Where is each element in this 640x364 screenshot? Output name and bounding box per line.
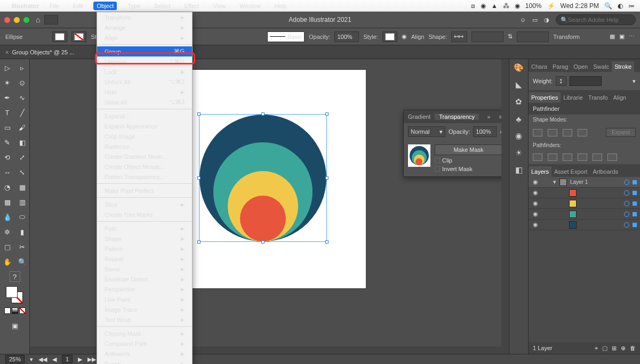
select-indicator[interactable] [633, 212, 637, 216]
intersect-icon[interactable] [563, 129, 572, 136]
weight-value[interactable] [570, 76, 602, 86]
weight-arrow-icon[interactable]: ▾ [633, 78, 636, 85]
wifi-icon[interactable]: ◉ [515, 2, 520, 10]
menu-item-make-pixel-perfect[interactable]: Make Pixel Perfect [97, 185, 192, 196]
help-search[interactable]: 🔍 [556, 14, 636, 25]
tab-open[interactable]: Open [571, 61, 590, 72]
siri-icon[interactable]: ◐ [618, 2, 623, 10]
menu-edit[interactable]: Edit [69, 2, 86, 10]
menu-item-create-trim-marks[interactable]: Create Trim Marks [97, 209, 192, 220]
menu-item-rasterize-[interactable]: Rasterize... [97, 141, 192, 151]
target-icon[interactable] [624, 222, 629, 228]
tab-artboards[interactable]: Artboards [590, 166, 621, 177]
menu-type[interactable]: Type [124, 2, 143, 10]
menu-effect[interactable]: Effect [181, 2, 203, 10]
blend-tool[interactable]: ⬭ [16, 211, 29, 223]
locate-icon[interactable]: ⌖ [595, 345, 598, 352]
close-tab-icon[interactable]: × [5, 49, 9, 55]
style-swatch[interactable] [382, 31, 397, 42]
recolor-icon[interactable]: ◉ [402, 33, 407, 40]
direct-select-tool[interactable]: ▹ [16, 61, 29, 74]
eyedropper-tool[interactable]: 💧 [1, 211, 14, 223]
layer-row[interactable]: ◉ [529, 209, 640, 220]
tab-librarie[interactable]: Librarie [561, 92, 586, 103]
rotate-tool[interactable]: ⟲ [1, 151, 14, 164]
layer-row[interactable]: ◉ [529, 220, 640, 230]
blend-mode[interactable]: Normal▾ [408, 126, 445, 137]
dropbox-icon[interactable]: ⧈ [471, 2, 475, 10]
menu-item-align[interactable]: Align▶ [97, 33, 192, 43]
width-tool[interactable]: ↔ [1, 166, 14, 179]
brushes-panel-icon[interactable]: ✿ [514, 96, 524, 107]
menu-window[interactable]: Window [236, 2, 263, 10]
color-panel-icon[interactable]: 🎨 [514, 62, 524, 73]
menu-item-live-paint[interactable]: Live Paint▶ [97, 294, 192, 304]
fill-swatch[interactable] [52, 31, 67, 42]
visibility-icon[interactable]: ◉ [532, 211, 539, 217]
menu-select[interactable]: Select [151, 2, 174, 10]
transform-label[interactable]: Transform [553, 34, 580, 40]
visibility-icon[interactable]: ◉ [532, 189, 539, 196]
hand-tool[interactable]: ✋ [1, 255, 14, 268]
tab-properties[interactable]: Properties [529, 92, 561, 103]
make-mask-button[interactable]: Make Mask [435, 144, 502, 155]
visibility-icon[interactable]: ◉ [532, 200, 539, 207]
menu-item-group[interactable]: Group⌘G [97, 46, 192, 56]
clock[interactable]: Wed 2:28 PM [561, 2, 599, 10]
brush-basic[interactable]: Basic [267, 31, 305, 42]
menu-item-clipping-mask[interactable]: Clipping Mask▶ [97, 328, 192, 338]
select-indicator[interactable] [633, 201, 637, 206]
menu-item-path[interactable]: Path▶ [97, 223, 192, 233]
fill-stroke-swatch[interactable] [6, 286, 24, 304]
unite-icon[interactable] [533, 129, 542, 136]
menu-item-arrange[interactable]: Arrange▶ [97, 22, 192, 33]
menu-item-blend[interactable]: Blend▶ [97, 264, 192, 274]
menu-object[interactable]: Object [93, 2, 117, 10]
menu-help[interactable]: Help [271, 2, 290, 10]
tab-chara[interactable]: Chara [529, 61, 550, 72]
menu-item-lock[interactable]: Lock▶ [97, 67, 192, 77]
color-guide-icon[interactable]: ◣ [514, 79, 524, 90]
shape-h-val[interactable] [517, 31, 549, 42]
shape-width[interactable]: ↤↦ [451, 31, 467, 42]
selection-tool[interactable]: ▷ [1, 61, 14, 74]
menu-view[interactable]: View [210, 2, 229, 10]
slice-tool[interactable]: ✂ [16, 240, 29, 253]
select-indicator[interactable] [633, 180, 637, 184]
pen-tool[interactable]: ✒ [1, 91, 14, 104]
status-icon[interactable]: ▲ [491, 2, 498, 10]
crop-icon[interactable] [578, 153, 587, 161]
help-icon[interactable]: ◑ [544, 17, 549, 23]
artboard-prev-icon[interactable]: ◀◀ [38, 356, 47, 363]
link-wh-icon[interactable]: ⇅ [508, 33, 513, 40]
menu-item-create-gradient-mesh-[interactable]: Create Gradient Mesh... [97, 151, 192, 161]
layer-row[interactable]: ◉ [529, 188, 640, 198]
edit-toolbar[interactable]: ? [10, 271, 20, 282]
menu-item-artboards[interactable]: Artboards▶ [97, 349, 192, 359]
free-transform-tool[interactable]: ⤡ [16, 166, 29, 179]
eraser-tool[interactable]: ◧ [16, 136, 29, 149]
artboard-tool[interactable]: ▢ [1, 240, 14, 253]
mask-icon[interactable]: ▢ [602, 345, 607, 352]
sublayer-icon[interactable]: ⊞ [612, 345, 617, 352]
menu-item-transform[interactable]: Transform▶ [97, 12, 192, 22]
brush-tool[interactable]: 🖌 [16, 121, 29, 134]
visibility-icon[interactable]: ◉ [532, 221, 539, 228]
menu-item-text-wrap[interactable]: Text Wrap▶ [97, 314, 192, 325]
arrange-docs-icon[interactable] [44, 15, 58, 25]
more-opts-icon[interactable]: ⋯ [629, 33, 635, 40]
tab-gradient[interactable]: Gradient [404, 114, 435, 120]
weight-stepper[interactable]: ▴▾ [556, 76, 566, 86]
shape-builder-tool[interactable]: ◔ [1, 181, 14, 193]
bluetooth-icon[interactable]: ⁂ [503, 2, 509, 10]
new-layer-icon[interactable]: ⊕ [621, 345, 626, 352]
target-icon[interactable] [624, 212, 629, 217]
home-icon[interactable]: ⌂ [36, 15, 40, 24]
tab-swatc[interactable]: Swatc [590, 61, 612, 72]
trim-icon[interactable] [548, 153, 557, 161]
artboard-next2-icon[interactable]: ▶▶ [87, 356, 96, 363]
minimize-window[interactable] [14, 17, 20, 23]
tab-asset-export[interactable]: Asset Export [551, 166, 590, 177]
rectangle-tool[interactable]: ▭ [1, 121, 14, 134]
window-icon[interactable]: ▭ [532, 17, 538, 23]
